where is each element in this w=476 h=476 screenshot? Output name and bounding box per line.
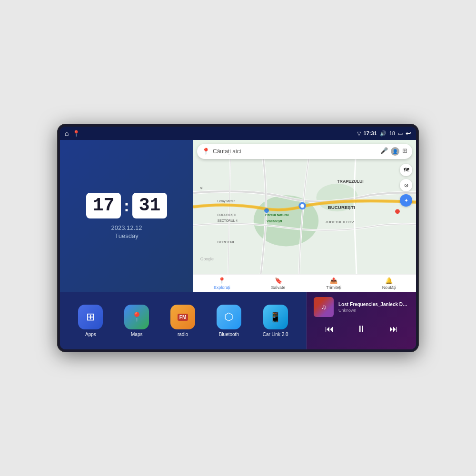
bottom-section: ⊞ Apps 📍 Maps FM radio (60, 292, 416, 349)
news-label: Noutăți (382, 285, 396, 290)
maps-status-icon[interactable]: 📍 (72, 130, 80, 137)
music-play-button[interactable]: ⏸ (353, 322, 370, 337)
apps-label: Apps (85, 332, 96, 337)
battery-level: 18 (389, 130, 395, 136)
app-icon-maps[interactable]: 📍 Maps (124, 305, 149, 337)
bluetooth-icon: ⬡ (217, 305, 241, 329)
map-bottom-bar: 📍 Explorați 🔖 Salvate 📤 Trimiteți � (193, 274, 416, 292)
music-artist: Unknown (338, 308, 409, 313)
top-section: 17 : 31 2023.12.12 Tuesday (60, 140, 416, 292)
microphone-icon[interactable]: 🎤 (380, 147, 388, 156)
apps-icon: ⊞ (78, 305, 103, 329)
app-icon-bluetooth[interactable]: ⬡ Bluetooth (217, 305, 241, 337)
svg-text:TRAPEZULUI: TRAPEZULUI (337, 179, 364, 184)
clock-date: 2023.12.12 (111, 224, 142, 231)
maps-icon: 📍 (124, 305, 149, 329)
map-nav-explore[interactable]: 📍 Explorați (214, 277, 230, 290)
main-content: 17 : 31 2023.12.12 Tuesday (60, 140, 416, 349)
explore-icon: 📍 (218, 277, 226, 284)
map-right-controls: 🗺 ⊙ ✦ (400, 164, 412, 207)
clock-widget: 17 : 31 2023.12.12 Tuesday (60, 140, 193, 292)
news-icon: 🔔 (385, 277, 393, 284)
home-icon[interactable]: ⌂ (65, 129, 69, 137)
svg-text:și: și (200, 186, 203, 190)
app-icon-carlink[interactable]: 📱 Car Link 2.0 (263, 305, 288, 337)
map-search-text[interactable]: Căutați aici (213, 148, 377, 155)
svg-text:SECTORUL 4: SECTORUL 4 (218, 219, 238, 222)
send-icon: 📤 (330, 277, 337, 284)
saved-label: Salvate (271, 285, 286, 290)
app-icon-radio[interactable]: FM radio (170, 305, 195, 337)
clock-hours: 17 (86, 193, 121, 218)
carlink-label: Car Link 2.0 (263, 332, 288, 337)
bluetooth-label: Bluetooth (219, 332, 239, 337)
volume-icon: 🔊 (380, 130, 387, 137)
car-infotainment-device: ⌂ 📍 ▽ 17:31 🔊 18 ▭ ↩ 17 (57, 124, 419, 352)
status-bar: ⌂ 📍 ▽ 17:31 🔊 18 ▭ ↩ (60, 127, 416, 140)
radio-label: radio (178, 332, 188, 337)
svg-point-15 (300, 204, 304, 208)
clock-colon: : (124, 198, 129, 214)
map-nav-send[interactable]: 📤 Trimiteți (326, 277, 341, 290)
music-prev-button[interactable]: ⏮ (321, 322, 337, 336)
explore-label: Explorați (214, 285, 230, 290)
svg-text:BUCUREȘTI: BUCUREȘTI (218, 213, 236, 217)
map-svg: TRAPEZULUI BUCUREȘTI JUDEȚUL ILFOV BERCE… (193, 140, 416, 292)
map-location-button[interactable]: ⊙ (400, 179, 412, 191)
music-title: Lost Frequencies_Janieck Devy-... (338, 302, 409, 307)
map-compass-button[interactable]: ✦ (400, 194, 412, 207)
map-widget[interactable]: TRAPEZULUI BUCUREȘTI JUDEȚUL ILFOV BERCE… (193, 140, 416, 292)
map-nav-news[interactable]: 🔔 Noutăți (382, 277, 396, 290)
music-player: ♫ Lost Frequencies_Janieck Devy-... Unkn… (307, 292, 416, 349)
svg-text:Google: Google (200, 257, 214, 261)
send-label: Trimiteți (326, 285, 341, 290)
radio-icon: FM (170, 305, 195, 329)
music-info: ♫ Lost Frequencies_Janieck Devy-... Unkn… (314, 297, 409, 317)
status-left-icons: ⌂ 📍 (65, 129, 80, 137)
carlink-icon: 📱 (263, 305, 288, 329)
svg-point-17 (395, 209, 400, 214)
status-right-info: ▽ 17:31 🔊 18 ▭ ↩ (357, 129, 411, 137)
status-time: 17:31 (364, 130, 377, 136)
music-next-button[interactable]: ⏭ (386, 322, 402, 336)
app-icon-apps[interactable]: ⊞ Apps (78, 305, 103, 337)
device-screen: ⌂ 📍 ▽ 17:31 🔊 18 ▭ ↩ 17 (60, 127, 416, 349)
saved-icon: 🔖 (275, 277, 282, 284)
svg-point-16 (264, 208, 269, 213)
svg-text:Parcul Natural: Parcul Natural (265, 213, 288, 217)
back-icon[interactable]: ↩ (406, 129, 411, 137)
music-thumbnail: ♫ (314, 297, 334, 317)
svg-text:Văcărești: Văcărești (267, 219, 282, 223)
svg-text:JUDEȚUL ILFOV: JUDEȚUL ILFOV (326, 220, 354, 224)
account-icon[interactable]: 👤 (391, 147, 399, 156)
svg-text:BERCENI: BERCENI (218, 240, 234, 244)
map-layers-button[interactable]: 🗺 (400, 164, 412, 176)
clock-display: 17 : 31 (86, 193, 168, 218)
maps-label: Maps (131, 332, 142, 337)
svg-text:Leroy Merlin: Leroy Merlin (218, 199, 236, 203)
map-nav-saved[interactable]: 🔖 Salvate (271, 277, 286, 290)
clock-minutes: 31 (132, 193, 168, 218)
music-text-info: Lost Frequencies_Janieck Devy-... Unknow… (338, 302, 409, 313)
map-pin-icon: 📍 (202, 148, 210, 155)
music-controls: ⏮ ⏸ ⏭ (314, 322, 409, 337)
map-search-right-icons: 🎤 👤 ⊞ (380, 147, 407, 156)
grid-icon[interactable]: ⊞ (402, 147, 407, 156)
signal-icon: ▽ (357, 130, 361, 137)
clock-day: Tuesday (115, 232, 138, 239)
map-search-bar[interactable]: 📍 Căutați aici 🎤 👤 ⊞ (197, 144, 412, 159)
svg-text:BUCUREȘTI: BUCUREȘTI (328, 205, 355, 210)
music-thumb-image: ♫ (314, 297, 334, 317)
apps-section: ⊞ Apps 📍 Maps FM radio (60, 292, 307, 349)
battery-icon: ▭ (398, 130, 403, 137)
